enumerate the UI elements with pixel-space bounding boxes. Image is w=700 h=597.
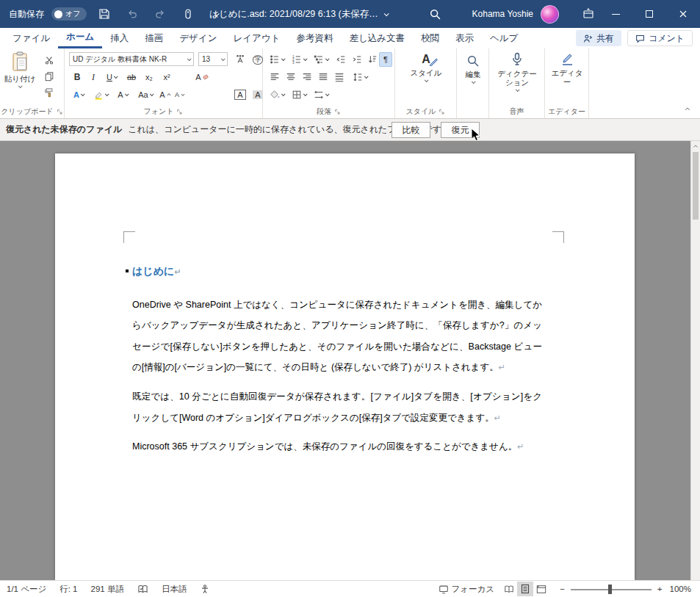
subscript-button[interactable]: x₂ xyxy=(141,70,157,84)
scrollbar-thumb[interactable] xyxy=(693,152,699,220)
text-effects-button[interactable]: A xyxy=(69,87,88,102)
bullets-button[interactable] xyxy=(267,52,286,67)
vertical-scrollbar[interactable] xyxy=(690,141,700,580)
align-right-button[interactable] xyxy=(300,70,314,84)
borders-button[interactable] xyxy=(289,87,308,102)
font-size-select[interactable]: 13 xyxy=(198,52,228,66)
dictation-button[interactable]: ディクテーション xyxy=(494,52,541,92)
numbering-button[interactable]: 123 xyxy=(289,52,308,67)
underline-button[interactable]: U xyxy=(101,70,122,84)
autosave-toggle[interactable]: オフ xyxy=(51,7,87,21)
editor-button[interactable]: エディター xyxy=(549,52,585,86)
paragraph[interactable]: OneDrive や SharePoint 上ではなく、コンピュータに保存された… xyxy=(132,294,542,378)
tab-help[interactable]: ヘルプ xyxy=(482,28,526,48)
sort-button[interactable] xyxy=(366,52,379,67)
align-center-button[interactable] xyxy=(284,70,298,84)
line-spacing-button[interactable] xyxy=(350,70,370,84)
bold-button[interactable]: B xyxy=(69,70,85,84)
cut-button[interactable] xyxy=(41,53,57,68)
tab-draw[interactable]: 描画 xyxy=(137,28,171,48)
tab-design[interactable]: デザイン xyxy=(171,28,225,48)
line-number-status[interactable]: 行: 1 xyxy=(53,584,84,595)
zoom-percentage[interactable]: 100% xyxy=(665,585,700,593)
dialog-launcher-icon[interactable] xyxy=(176,109,183,115)
dialog-launcher-icon[interactable] xyxy=(439,109,445,115)
document-title[interactable]: はじめに.asd: 2021/08/29 6:13 (未保存… xyxy=(209,0,388,28)
redo-button[interactable] xyxy=(150,4,170,24)
justify-button[interactable] xyxy=(316,70,331,84)
font-name-select[interactable]: UD デジタル 教科書体 NK-R xyxy=(69,52,194,66)
word-count-status[interactable]: 291 単語 xyxy=(84,584,131,595)
maximize-icon xyxy=(646,10,653,18)
grow-font-button[interactable]: A xyxy=(159,87,172,102)
zoom-thumb[interactable] xyxy=(608,585,612,594)
align-left-button[interactable] xyxy=(267,70,282,84)
tab-view[interactable]: 表示 xyxy=(447,28,482,48)
paragraph[interactable]: Microsoft 365 サブスクリプションでは、未保存のファイルの回復をする… xyxy=(132,436,542,457)
clear-formatting-button[interactable]: A xyxy=(194,70,210,84)
save-button[interactable] xyxy=(94,4,115,24)
character-border-button[interactable]: A xyxy=(232,87,248,102)
tab-file[interactable]: ファイル xyxy=(4,28,58,48)
distribute-characters-button[interactable] xyxy=(311,87,331,102)
copy-button[interactable] xyxy=(41,69,57,84)
decrease-indent-button[interactable] xyxy=(333,52,348,67)
italic-button[interactable]: I xyxy=(85,70,101,84)
collapse-ribbon-button[interactable] xyxy=(681,103,694,114)
tab-review[interactable]: 校閲 xyxy=(413,28,447,48)
proofing-status[interactable] xyxy=(131,584,155,594)
ribbon-display-options-button[interactable] xyxy=(578,4,599,24)
avatar[interactable] xyxy=(541,5,559,23)
editing-button[interactable]: 編集 xyxy=(459,54,487,84)
highlight-color-button[interactable] xyxy=(91,87,110,102)
comments-button[interactable]: コメント xyxy=(627,30,693,46)
language-status[interactable]: 日本語 xyxy=(155,584,194,595)
document-body[interactable]: OneDrive や SharePoint 上ではなく、コンピュータに保存された… xyxy=(132,294,542,466)
print-layout-button[interactable] xyxy=(517,582,533,596)
focus-mode-button[interactable]: フォーカス xyxy=(432,584,502,595)
scroll-up-button[interactable] xyxy=(691,141,700,151)
maximize-button[interactable] xyxy=(632,0,666,28)
tab-references[interactable]: 参考資料 xyxy=(288,28,341,48)
tab-home[interactable]: ホーム xyxy=(58,28,102,48)
indent-decrease-icon xyxy=(336,54,346,65)
show-formatting-marks-button[interactable]: ¶ xyxy=(379,52,392,67)
share-button[interactable]: 共有 xyxy=(576,30,621,46)
font-color-button[interactable]: A xyxy=(113,87,132,102)
dialog-launcher-icon[interactable] xyxy=(57,109,63,115)
accessibility-status[interactable] xyxy=(193,584,217,594)
page-number-status[interactable]: 1/1 ページ xyxy=(0,584,53,595)
tab-insert[interactable]: 挿入 xyxy=(102,28,137,48)
undo-button[interactable] xyxy=(122,4,142,24)
change-case-button[interactable]: Aa xyxy=(135,87,156,102)
zoom-in-button[interactable]: + xyxy=(654,585,665,593)
shading-button[interactable] xyxy=(267,87,286,102)
document-heading[interactable]: はじめに↵ xyxy=(132,264,181,278)
superscript-button[interactable]: x² xyxy=(159,70,175,84)
multilevel-list-button[interactable] xyxy=(311,52,331,67)
zoom-slider[interactable] xyxy=(571,582,652,596)
web-layout-button[interactable] xyxy=(533,582,549,596)
touch-mouse-mode-button[interactable] xyxy=(178,4,198,24)
grow-font-glyph: A xyxy=(159,90,165,99)
shrink-font-button[interactable]: A xyxy=(173,87,187,102)
phonetic-guide-button[interactable] xyxy=(232,52,248,67)
paste-button[interactable]: 貼り付け xyxy=(3,51,37,88)
search-button[interactable] xyxy=(425,4,445,24)
compare-button[interactable]: 比較 xyxy=(392,122,430,138)
dialog-launcher-icon[interactable] xyxy=(334,109,341,115)
zoom-out-button[interactable]: − xyxy=(549,585,568,593)
styles-button[interactable]: A スタイル xyxy=(401,53,451,82)
tab-layout[interactable]: レイアウト xyxy=(225,28,288,48)
strikethrough-button[interactable]: ab xyxy=(123,70,140,84)
distribute-button[interactable] xyxy=(332,70,347,84)
document-page[interactable]: はじめに↵ OneDrive や SharePoint 上ではなく、コンピュータ… xyxy=(55,153,635,580)
tab-mailings[interactable]: 差し込み文書 xyxy=(341,28,413,48)
minimize-button[interactable] xyxy=(599,0,632,28)
close-button[interactable] xyxy=(666,0,700,28)
format-painter-button[interactable] xyxy=(41,85,57,100)
increase-indent-button[interactable] xyxy=(350,52,364,67)
paragraph[interactable]: 既定では、10 分ごとに自動回復データが保存されます。[ファイル]タブを開き、[… xyxy=(132,386,542,428)
chevron-up-icon xyxy=(683,105,692,112)
read-mode-button[interactable] xyxy=(501,582,517,596)
